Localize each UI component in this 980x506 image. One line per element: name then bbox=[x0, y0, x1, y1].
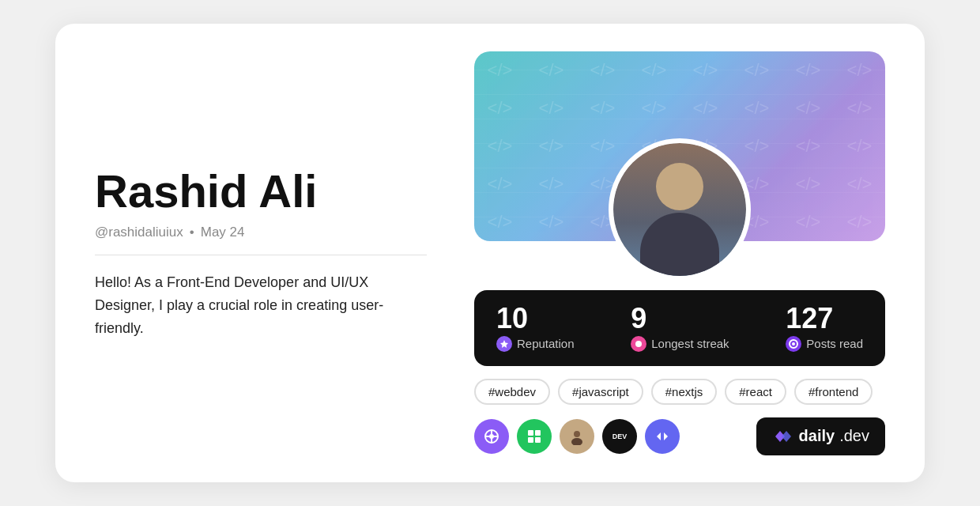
pattern-icon: </> bbox=[526, 89, 577, 127]
svg-point-12 bbox=[574, 431, 580, 437]
tag-nextjs[interactable]: #nextjs bbox=[651, 379, 718, 405]
left-section: Rashid Ali @rashidaliuiux • May 24 Hello… bbox=[95, 166, 427, 339]
stat-streak-label-row: Longest streak bbox=[631, 336, 729, 352]
tags-section: #webdev #javascript #nextjs #react #fron… bbox=[474, 379, 885, 405]
pattern-icon: </> bbox=[680, 51, 731, 89]
bottom-row: DEV daily.dev bbox=[474, 417, 885, 455]
brand-icon bbox=[772, 425, 794, 447]
pattern-icon: </> bbox=[577, 89, 628, 127]
pattern-icon: </> bbox=[526, 203, 577, 241]
divider bbox=[95, 255, 427, 255]
profile-card: Rashid Ali @rashidaliuiux • May 24 Hello… bbox=[55, 24, 925, 482]
stat-posts-label-row: Posts read bbox=[786, 336, 863, 352]
pattern-icon: </> bbox=[628, 89, 680, 127]
svg-rect-11 bbox=[535, 437, 541, 443]
stat-reputation-label-row: Reputation bbox=[496, 336, 575, 352]
pattern-icon: </> bbox=[577, 51, 628, 89]
svg-point-1 bbox=[635, 341, 642, 347]
dev-label: DEV bbox=[612, 432, 628, 440]
pattern-icon: </> bbox=[474, 89, 526, 127]
pattern-icon: </> bbox=[834, 51, 885, 89]
pattern-icon: </> bbox=[628, 51, 680, 89]
profile-banner: </> </> </> </> </> </> </> </> </> </> … bbox=[474, 51, 885, 281]
svg-point-13 bbox=[571, 438, 582, 445]
brand-logo: daily.dev bbox=[756, 417, 885, 455]
social-icon-dev[interactable]: DEV bbox=[602, 419, 637, 454]
pattern-icon: </> bbox=[782, 51, 834, 89]
pattern-icon: </> bbox=[474, 51, 526, 89]
tag-frontend[interactable]: #frontend bbox=[794, 379, 873, 405]
tag-react[interactable]: #react bbox=[725, 379, 786, 405]
pattern-icon: </> bbox=[834, 89, 885, 127]
pattern-icon: </> bbox=[834, 165, 885, 203]
join-date: May 24 bbox=[201, 225, 245, 240]
pattern-icon: </> bbox=[526, 51, 577, 89]
pattern-icon: </> bbox=[680, 89, 731, 127]
stat-streak-label: Longest streak bbox=[651, 337, 729, 350]
pattern-icon: </> bbox=[782, 203, 834, 241]
svg-marker-0 bbox=[500, 340, 508, 348]
bio-text: Hello! As a Front-End Developer and UI/U… bbox=[95, 271, 427, 339]
pattern-icon: </> bbox=[577, 127, 628, 165]
stat-posts: 127 Posts read bbox=[786, 304, 863, 352]
pattern-icon: </> bbox=[474, 165, 526, 203]
stat-streak: 9 Longest streak bbox=[631, 304, 729, 352]
social-icon-5[interactable] bbox=[645, 419, 680, 454]
pattern-icon: </> bbox=[526, 165, 577, 203]
svg-rect-10 bbox=[528, 437, 533, 443]
user-name: Rashid Ali bbox=[95, 166, 427, 217]
stat-reputation: 10 Reputation bbox=[496, 304, 575, 352]
tag-javascript[interactable]: #javascript bbox=[558, 379, 643, 405]
social-icons: DEV bbox=[474, 419, 680, 454]
brand-suffix: .dev bbox=[839, 427, 869, 445]
avatar-wrapper bbox=[609, 138, 751, 281]
stat-posts-label: Posts read bbox=[806, 337, 863, 350]
pattern-icon: </> bbox=[731, 89, 782, 127]
pattern-icon: </> bbox=[731, 127, 782, 165]
social-icon-3[interactable] bbox=[560, 419, 594, 454]
user-handle: @rashidaliuiux bbox=[95, 225, 183, 240]
stats-bar: 10 Reputation 9 bbox=[474, 290, 885, 366]
pattern-icon: </> bbox=[526, 127, 577, 165]
pattern-icon: </> bbox=[834, 203, 885, 241]
stat-streak-value: 9 bbox=[631, 304, 646, 333]
svg-rect-9 bbox=[535, 430, 541, 436]
handle-row: @rashidaliuiux • May 24 bbox=[95, 225, 427, 240]
svg-point-3 bbox=[792, 342, 795, 346]
reputation-icon bbox=[496, 336, 512, 352]
pattern-icon: </> bbox=[474, 127, 526, 165]
dot-separator: • bbox=[190, 225, 194, 240]
svg-rect-8 bbox=[528, 430, 533, 436]
right-section: </> </> </> </> </> </> </> </> </> </> … bbox=[474, 51, 885, 455]
streak-icon bbox=[631, 336, 646, 352]
stat-posts-value: 127 bbox=[786, 304, 833, 333]
pattern-icon: </> bbox=[782, 127, 834, 165]
posts-icon bbox=[786, 336, 801, 352]
pattern-icon: </> bbox=[731, 51, 782, 89]
avatar bbox=[613, 143, 746, 276]
brand-name: daily bbox=[799, 427, 835, 445]
pattern-icon: </> bbox=[474, 203, 526, 241]
pattern-icon: </> bbox=[782, 165, 834, 203]
pattern-icon: </> bbox=[782, 89, 834, 127]
social-icon-2[interactable] bbox=[517, 419, 552, 454]
stat-reputation-value: 10 bbox=[496, 304, 528, 333]
tag-webdev[interactable]: #webdev bbox=[474, 379, 550, 405]
social-icon-1[interactable] bbox=[474, 419, 509, 454]
stat-reputation-label: Reputation bbox=[517, 337, 575, 350]
pattern-icon: </> bbox=[834, 127, 885, 165]
